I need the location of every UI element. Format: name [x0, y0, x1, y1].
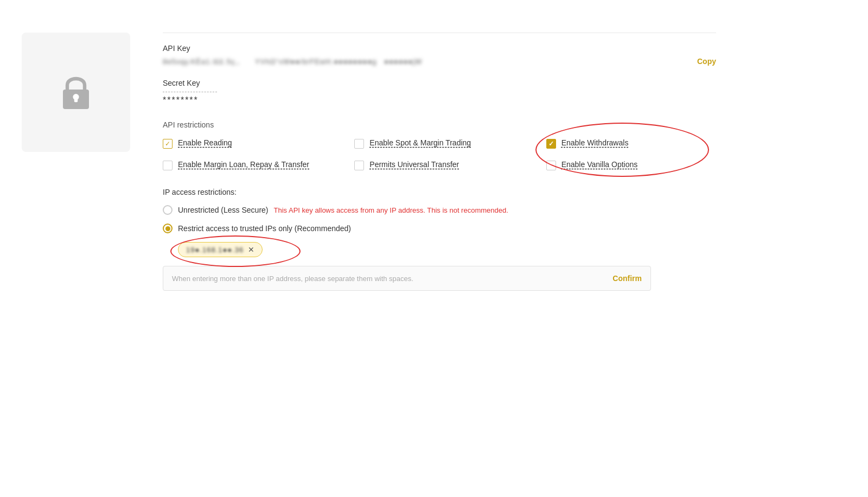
label-enable-withdrawals: Enable Withdrawals: [561, 138, 629, 149]
radio-restricted-circle[interactable]: [163, 224, 173, 233]
restriction-enable-spot-margin: Enable Spot & Margin Trading: [354, 138, 524, 149]
checkmark-enable-withdrawals: ✓: [548, 140, 554, 148]
ip-input-row: When entering more than one IP address, …: [163, 266, 651, 291]
svg-rect-2: [74, 97, 78, 102]
secret-key-section: Secret Key ********: [163, 79, 716, 105]
secret-key-label: Secret Key: [163, 79, 716, 87]
checkbox-enable-vanilla[interactable]: [546, 161, 556, 170]
label-enable-spot-margin: Enable Spot & Margin Trading: [369, 138, 471, 149]
radio-restricted-dot: [165, 226, 170, 231]
confirm-button[interactable]: Confirm: [612, 274, 642, 283]
lock-icon: [54, 70, 98, 115]
checkbox-enable-reading[interactable]: ✓: [163, 139, 173, 149]
api-restrictions-section: API restrictions ✓ Enable Reading Enable…: [163, 120, 716, 170]
ip-restrictions-section: IP access restrictions: Unrestricted (Le…: [163, 188, 716, 291]
restriction-permits-universal: Permits Universal Transfer: [354, 160, 524, 170]
top-divider: [163, 33, 716, 33]
checkbox-enable-margin-loan[interactable]: [163, 161, 173, 170]
dashed-separator: [163, 92, 217, 92]
ip-tag-close-button[interactable]: ✕: [248, 245, 254, 254]
restriction-enable-reading: ✓ Enable Reading: [163, 138, 333, 149]
copy-button[interactable]: Copy: [697, 57, 716, 66]
label-unrestricted: Unrestricted (Less Secure): [178, 206, 269, 214]
label-enable-reading: Enable Reading: [178, 138, 232, 149]
checkbox-enable-spot-margin[interactable]: [354, 139, 364, 149]
checkmark-enable-reading: ✓: [165, 140, 170, 148]
restriction-enable-vanilla: Enable Vanilla Options: [546, 160, 716, 170]
restriction-enable-withdrawals: ✓ Enable Withdrawals: [546, 138, 716, 149]
radio-restricted: Restrict access to trusted IPs only (Rec…: [163, 224, 716, 233]
api-key-row: 8e5xqy.KЁa1.I££.5ç,, YVhΩ°xW●●/brFEwH.●●…: [163, 57, 716, 66]
checkbox-enable-withdrawals[interactable]: ✓: [546, 139, 556, 149]
api-key-value: 8e5xqy.KЁa1.I££.5ç,, YVhΩ°xW●●/brFEwH.●●…: [163, 58, 688, 66]
ip-tags-row: 19●.168.1●●.36 ✕: [178, 242, 716, 257]
ip-restrictions-title: IP access restrictions:: [163, 188, 716, 196]
ip-input-placeholder: When entering more than one IP address, …: [172, 275, 612, 283]
label-permits-universal: Permits Universal Transfer: [369, 160, 459, 170]
warning-unrestricted: This API key allows access from any IP a…: [274, 206, 508, 214]
sidebar: [0, 22, 152, 475]
label-enable-margin-loan: Enable Margin Loan, Repay & Transfer: [178, 160, 309, 170]
main-content: API Key 8e5xqy.KЁa1.I££.5ç,, YVhΩ°xW●●/b…: [152, 22, 749, 475]
api-restrictions-title: API restrictions: [163, 120, 716, 129]
label-enable-vanilla: Enable Vanilla Options: [561, 160, 638, 170]
lock-box: [22, 33, 130, 152]
secret-key-value: ********: [163, 95, 716, 105]
radio-unrestricted-circle[interactable]: [163, 205, 173, 215]
ip-tag: 19●.168.1●●.36 ✕: [178, 242, 263, 257]
label-restricted: Restrict access to trusted IPs only (Rec…: [178, 224, 351, 233]
api-key-label: API Key: [163, 44, 716, 53]
checkbox-permits-universal[interactable]: [354, 161, 364, 170]
restriction-enable-margin-loan: Enable Margin Loan, Repay & Transfer: [163, 160, 333, 170]
api-key-section: API Key 8e5xqy.KЁa1.I££.5ç,, YVhΩ°xW●●/b…: [163, 44, 716, 66]
radio-unrestricted: Unrestricted (Less Secure) This API key …: [163, 205, 716, 215]
ip-tag-value: 19●.168.1●●.36: [186, 246, 244, 254]
restrictions-grid: ✓ Enable Reading Enable Spot & Margin Tr…: [163, 138, 716, 170]
